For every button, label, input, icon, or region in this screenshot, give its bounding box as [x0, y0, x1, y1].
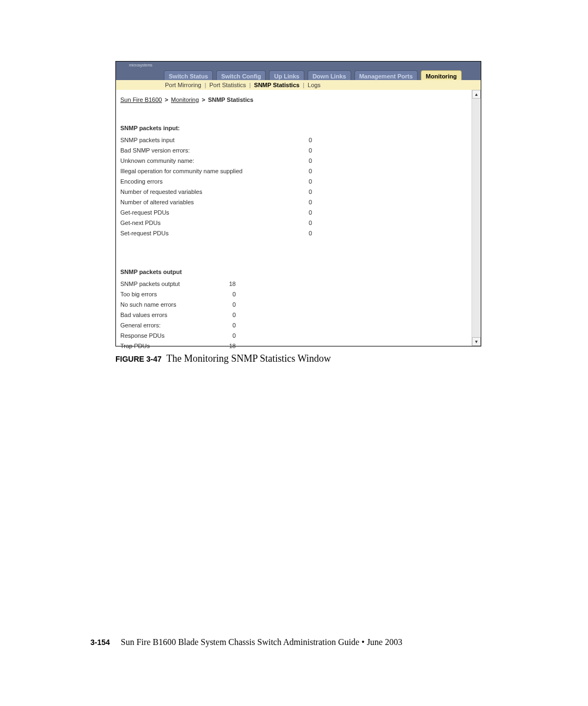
row-label: Set-request PDUs — [120, 230, 296, 236]
table-row: Trap PDUs18 — [120, 340, 236, 351]
subtab-snmp-statistics[interactable]: SNMP Statistics — [254, 82, 300, 88]
subtab-logs[interactable]: Logs — [308, 82, 321, 88]
section-title-input: SNMP packets input: — [120, 125, 466, 131]
row-label: Number of altered variables — [120, 199, 296, 205]
row-label: SNMP packets input — [120, 137, 296, 143]
main-tabs: Switch Status Switch Config Up Links Dow… — [116, 68, 481, 80]
row-label: Trap PDUs — [120, 343, 219, 349]
footer-text: Sun Fire B1600 Blade System Chassis Swit… — [121, 637, 402, 647]
row-label: Unknown community name: — [120, 157, 296, 164]
row-value: 0 — [296, 230, 312, 236]
row-value: 0 — [296, 168, 312, 174]
chevron-icon: > — [201, 96, 205, 103]
row-value: 0 — [296, 188, 312, 195]
row-label: Get-request PDUs — [120, 209, 296, 216]
table-row: Too big errors0 — [120, 289, 236, 299]
row-value: 0 — [219, 301, 236, 308]
figure-text: The Monitoring SNMP Statistics Window — [167, 353, 331, 364]
breadcrumb-root[interactable]: Sun Fire B1600 — [120, 96, 162, 103]
table-row: Get-next PDUs0 — [120, 217, 312, 228]
row-value: 0 — [296, 220, 312, 226]
subtab-port-mirroring[interactable]: Port Mirroring — [165, 82, 201, 88]
row-value: 18 — [219, 343, 236, 349]
content-panel: Sun Fire B1600 > Monitoring > SNMP Stati… — [116, 90, 471, 346]
table-row: SNMP packets outptut18 — [120, 278, 236, 289]
breadcrumb-monitoring[interactable]: Monitoring — [171, 96, 199, 103]
tab-monitoring[interactable]: Monitoring — [421, 70, 462, 80]
table-row: No such name errors0 — [120, 299, 236, 309]
table-row: Bad SNMP version errors:0 — [120, 145, 312, 155]
row-label: Get-next PDUs — [120, 220, 296, 226]
subtab-port-statistics[interactable]: Port Statistics — [209, 82, 246, 88]
page-footer: 3-154 Sun Fire B1600 Blade System Chassi… — [90, 637, 402, 647]
table-row: Set-request PDUs0 — [120, 228, 312, 238]
scroll-up-icon[interactable]: ▲ — [472, 90, 481, 99]
row-value: 0 — [296, 178, 312, 185]
row-value: 0 — [296, 199, 312, 205]
section-title-output: SNMP packets output — [120, 269, 466, 275]
tab-up-links[interactable]: Up Links — [269, 70, 304, 80]
row-label: Encoding errors — [120, 178, 296, 185]
tab-management-ports[interactable]: Management Ports — [354, 70, 418, 80]
sub-tabs: Port Mirroring | Port Statistics | SNMP … — [116, 80, 481, 90]
table-row: Encoding errors0 — [120, 176, 312, 186]
breadcrumb: Sun Fire B1600 > Monitoring > SNMP Stati… — [120, 96, 466, 103]
row-value: 0 — [296, 147, 312, 154]
row-label: Too big errors — [120, 291, 219, 297]
row-label: Bad SNMP version errors: — [120, 147, 296, 154]
row-value: 0 — [296, 137, 312, 143]
divider: | — [249, 82, 251, 88]
row-value: 0 — [219, 332, 236, 339]
output-table: SNMP packets outptut18 Too big errors0 N… — [120, 278, 236, 351]
table-row: Unknown community name:0 — [120, 155, 312, 166]
vertical-scrollbar[interactable]: ▲ ▼ — [471, 90, 481, 346]
table-row: Number of altered variables0 — [120, 197, 312, 207]
page-number: 3-154 — [90, 638, 110, 647]
row-value: 0 — [296, 209, 312, 216]
table-row: SNMP packets input0 — [120, 135, 312, 145]
row-value: 0 — [219, 291, 236, 297]
breadcrumb-current: SNMP Statistics — [208, 96, 254, 103]
divider: | — [205, 82, 206, 88]
row-label: General errors: — [120, 322, 219, 328]
input-table: SNMP packets input0 Bad SNMP version err… — [120, 135, 312, 238]
row-value: 18 — [219, 281, 236, 287]
table-row: General errors:0 — [120, 320, 236, 330]
row-value: 0 — [219, 322, 236, 328]
table-row: Illegal operation for community name sup… — [120, 166, 312, 176]
row-label: Bad values errors — [120, 312, 219, 318]
tab-down-links[interactable]: Down Links — [308, 70, 351, 80]
table-row: Get-request PDUs0 — [120, 207, 312, 217]
figure-number: FIGURE 3-47 — [115, 355, 162, 363]
tab-switch-status[interactable]: Switch Status — [164, 70, 213, 80]
table-row: Number of requested variables0 — [120, 186, 312, 197]
screenshot-window: microsystems Switch Status Switch Config… — [115, 61, 481, 346]
row-label: SNMP packets outptut — [120, 281, 219, 287]
tab-switch-config[interactable]: Switch Config — [216, 70, 266, 80]
row-label: Number of requested variables — [120, 188, 296, 195]
scroll-down-icon[interactable]: ▼ — [472, 337, 481, 346]
row-label: No such name errors — [120, 301, 219, 308]
row-label: Response PDUs — [120, 332, 219, 339]
brand-bar: microsystems — [116, 62, 481, 68]
figure-caption: FIGURE 3-47 The Monitoring SNMP Statisti… — [115, 353, 480, 364]
table-row: Bad values errors0 — [120, 309, 236, 320]
row-label: Illegal operation for community name sup… — [120, 168, 296, 174]
table-row: Response PDUs0 — [120, 330, 236, 340]
divider: | — [303, 82, 304, 88]
brand-text: microsystems — [129, 63, 152, 67]
row-value: 0 — [296, 157, 312, 164]
row-value: 0 — [219, 312, 236, 318]
chevron-icon: > — [165, 96, 168, 103]
